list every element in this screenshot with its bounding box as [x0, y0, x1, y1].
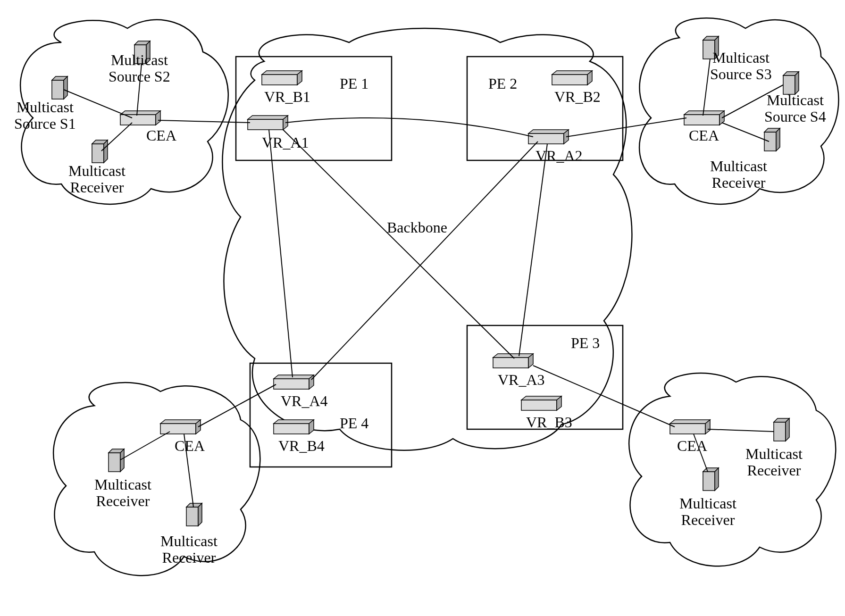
svg-rect-51	[764, 132, 776, 151]
router-icon	[493, 354, 533, 368]
host-icon	[774, 418, 789, 441]
svg-marker-1	[262, 71, 302, 75]
bl-cea-label: CEA	[175, 438, 205, 454]
tr-cea-label: CEA	[689, 127, 719, 144]
pe4-vra: VR_A4	[281, 393, 328, 409]
svg-marker-19	[274, 375, 314, 379]
svg-rect-9	[528, 133, 564, 144]
router-icon	[120, 111, 160, 125]
backbone-label: Backbone	[387, 219, 447, 236]
svg-marker-10	[528, 130, 569, 133]
svg-rect-42	[92, 144, 104, 163]
host-icon	[783, 72, 799, 94]
svg-line-73	[722, 123, 769, 142]
svg-marker-4	[248, 116, 288, 119]
svg-rect-21	[274, 424, 309, 434]
svg-line-68	[101, 123, 132, 151]
host-icon	[764, 128, 780, 151]
svg-marker-56	[120, 449, 124, 472]
router-icon	[684, 111, 724, 125]
host-icon	[703, 468, 719, 491]
router-icon	[274, 420, 314, 434]
pe2-vra: VR_A2	[535, 148, 583, 164]
svg-line-74	[269, 130, 293, 377]
tl-source1-label: Multicast Source S1	[14, 99, 76, 132]
svg-rect-60	[774, 422, 786, 441]
host-icon	[186, 503, 202, 526]
router-icon	[262, 71, 302, 85]
router-icon	[521, 396, 561, 410]
svg-rect-54	[109, 453, 120, 472]
cloud-bottom-left	[53, 383, 260, 575]
svg-rect-36	[52, 80, 64, 99]
router-icon	[160, 420, 201, 434]
svg-rect-6	[552, 75, 587, 85]
pe1-vra: VR_A1	[262, 134, 309, 151]
svg-line-82	[708, 429, 774, 432]
svg-line-77	[519, 144, 547, 356]
tl-receiver-label: Multicast Receiver	[68, 163, 125, 196]
svg-line-71	[703, 59, 710, 116]
svg-marker-34	[670, 420, 710, 424]
svg-line-79	[120, 432, 170, 460]
tl-source2-label: Multicast Source S2	[109, 52, 170, 85]
pe2-box	[467, 57, 623, 160]
pe2-vrb: VR_B2	[554, 89, 601, 105]
svg-marker-25	[120, 111, 160, 115]
svg-marker-44	[104, 140, 108, 163]
svg-marker-59	[198, 503, 202, 526]
pe1-box	[236, 57, 392, 160]
br-receiver2-label: Multicast Receiver	[679, 495, 736, 528]
host-icon	[109, 449, 124, 472]
host-icon	[92, 140, 108, 163]
svg-rect-33	[670, 424, 705, 434]
svg-marker-62	[786, 418, 789, 441]
svg-rect-0	[262, 75, 297, 85]
svg-rect-57	[186, 507, 198, 526]
svg-marker-53	[776, 128, 780, 151]
svg-marker-16	[521, 396, 561, 400]
svg-rect-18	[274, 379, 309, 389]
svg-line-75	[283, 130, 514, 358]
router-icon	[528, 130, 569, 144]
svg-line-78	[198, 384, 276, 427]
pe1-vrb: VR_B1	[264, 89, 310, 105]
svg-rect-30	[160, 424, 196, 434]
tr-source3-label: Multicast Source S3	[710, 50, 772, 83]
cloud-bottom-right	[629, 373, 836, 566]
bl-receiver1-label: Multicast Receiver	[94, 476, 151, 509]
pe3-vrb: VR_B3	[526, 414, 572, 431]
svg-rect-15	[521, 400, 557, 410]
svg-marker-65	[715, 468, 719, 491]
svg-marker-7	[552, 71, 592, 75]
br-cea-label: CEA	[677, 438, 707, 454]
svg-marker-22	[274, 420, 314, 424]
svg-marker-28	[684, 111, 724, 115]
svg-rect-63	[703, 472, 715, 491]
pe4-title: PE 4	[340, 415, 368, 432]
svg-rect-27	[684, 115, 720, 125]
tl-cea-label: CEA	[146, 127, 176, 144]
svg-marker-50	[795, 72, 799, 94]
svg-rect-24	[120, 115, 156, 125]
router-icon	[248, 116, 288, 130]
router-icon	[552, 71, 592, 85]
tr-receiver-label: Multicast Receiver	[710, 158, 767, 191]
pe1-title: PE 1	[340, 75, 368, 92]
pe3-title: PE 3	[571, 335, 600, 351]
br-receiver1-label: Multicast Receiver	[745, 446, 803, 479]
connection-lines	[64, 59, 783, 507]
pe3-vra: VR_A3	[498, 372, 545, 388]
bl-receiver2-label: Multicast Receiver	[160, 533, 218, 566]
svg-rect-3	[248, 119, 283, 130]
router-icon	[670, 420, 710, 434]
svg-marker-38	[64, 76, 67, 99]
host-icon	[52, 76, 67, 99]
svg-marker-31	[160, 420, 201, 424]
svg-line-76	[311, 142, 538, 380]
pe2-title: PE 2	[488, 75, 517, 92]
svg-rect-12	[493, 358, 528, 368]
pe4-vrb: VR_B4	[278, 438, 325, 454]
tr-source4-label: Multicast Source S4	[764, 92, 826, 125]
router-icon	[274, 375, 314, 389]
